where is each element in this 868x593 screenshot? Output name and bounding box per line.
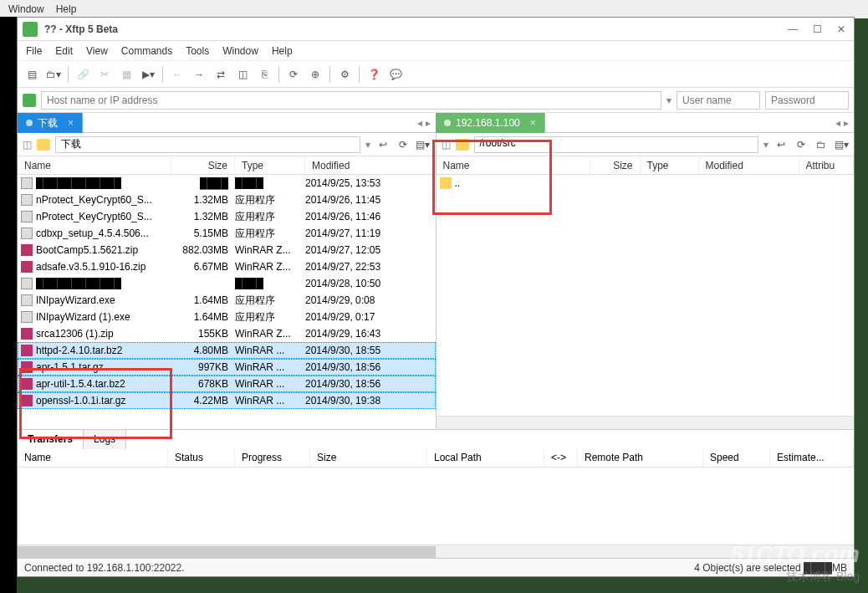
file-row[interactable]: openssl-1.0.1i.tar.gz4.22MBWinRAR ...201… bbox=[18, 392, 436, 409]
local-path-input[interactable]: 下载 bbox=[55, 136, 360, 153]
tab-transfers[interactable]: Transfers bbox=[18, 430, 84, 449]
disconnect-icon[interactable]: ✂ bbox=[97, 67, 112, 82]
view-icon[interactable]: ▤▾ bbox=[416, 137, 431, 152]
file-row[interactable]: nProtect_KeyCrypt60_S...1.32MB应用程序2014/9… bbox=[18, 208, 436, 225]
split-icon[interactable]: ◫ bbox=[442, 139, 451, 151]
file-type: 应用程序 bbox=[235, 227, 305, 241]
tab-close-icon[interactable]: × bbox=[68, 117, 74, 129]
back-icon[interactable]: ← bbox=[170, 67, 185, 82]
tcol-remote[interactable]: Remote Path bbox=[578, 449, 703, 467]
col-name[interactable]: Name bbox=[18, 156, 171, 174]
file-modified: 2014/9/27, 11:19 bbox=[305, 227, 422, 239]
file-row[interactable]: ████████████████████2014/9/25, 13:53 bbox=[18, 175, 436, 192]
local-filelist-body[interactable]: ████████████████████2014/9/25, 13:53nPro… bbox=[18, 175, 436, 429]
copy-icon[interactable]: ⎘ bbox=[257, 67, 272, 82]
username-input[interactable] bbox=[677, 91, 760, 110]
menu-view[interactable]: View bbox=[86, 45, 108, 57]
col-type[interactable]: Type bbox=[235, 156, 305, 174]
transfer-hscroll[interactable] bbox=[18, 544, 854, 558]
bg-menu-window[interactable]: Window bbox=[8, 3, 44, 15]
maximize-button[interactable]: ☐ bbox=[809, 23, 825, 35]
local-tab[interactable]: 下载 × bbox=[18, 113, 83, 133]
open-folder-icon[interactable]: 🗀▾ bbox=[46, 67, 61, 82]
file-row[interactable]: adsafe.v3.5.1.910-16.zip6.67MBWinRAR Z..… bbox=[18, 258, 436, 275]
view-icon[interactable]: ▤▾ bbox=[834, 137, 849, 152]
tcol-progress[interactable]: Progress bbox=[235, 449, 310, 467]
col-modified[interactable]: Modified bbox=[699, 156, 799, 174]
tab-close-icon[interactable]: × bbox=[530, 117, 536, 129]
refresh-icon[interactable]: ⟳ bbox=[396, 137, 411, 152]
dropdown-icon[interactable]: ▾ bbox=[365, 139, 370, 151]
go-up-icon[interactable]: ↩ bbox=[375, 137, 391, 152]
status-right: 4 Object(s) are selected ████MB bbox=[694, 562, 847, 574]
file-row[interactable]: nProtect_KeyCrypt60_S...1.32MB应用程序2014/9… bbox=[18, 192, 436, 208]
tcol-status[interactable]: Status bbox=[168, 449, 235, 467]
file-name: httpd-2.4.10.tar.bz2 bbox=[36, 345, 122, 356]
file-row[interactable]: apr-1.5.1.tar.gz997KBWinRAR ...2014/9/30… bbox=[18, 359, 436, 376]
remote-filelist-body[interactable]: .. bbox=[437, 175, 855, 416]
file-row[interactable]: srca12306 (1).zip155KBWinRAR Z...2014/9/… bbox=[18, 325, 436, 342]
file-row[interactable]: INIpayWizard.exe1.64MB应用程序2014/9/29, 0:0… bbox=[18, 292, 436, 309]
menu-edit[interactable]: Edit bbox=[55, 45, 73, 57]
play-icon[interactable]: ▶▾ bbox=[140, 67, 156, 82]
tab-nav-right-icon[interactable]: ▸ bbox=[844, 117, 849, 129]
col-modified[interactable]: Modified bbox=[305, 156, 436, 174]
tab-nav-left-icon[interactable]: ◂ bbox=[417, 117, 422, 129]
menu-tools[interactable]: Tools bbox=[186, 45, 209, 57]
forward-icon[interactable]: → bbox=[191, 67, 207, 82]
go-up-icon[interactable]: ↩ bbox=[774, 137, 789, 152]
file-row[interactable]: BootCamp5.1.5621.zip882.03MBWinRAR Z...2… bbox=[18, 242, 436, 258]
tab-dot-icon bbox=[444, 120, 451, 126]
tcol-speed[interactable]: Speed bbox=[703, 449, 770, 467]
refresh-icon[interactable]: ⟳ bbox=[286, 67, 301, 82]
tcol-arrows[interactable]: <-> bbox=[544, 449, 578, 467]
menu-commands[interactable]: Commands bbox=[121, 45, 172, 57]
tcol-estimate[interactable]: Estimate... bbox=[770, 449, 854, 467]
col-size[interactable]: Size bbox=[171, 156, 235, 174]
remote-hscroll[interactable] bbox=[437, 416, 855, 429]
menu-help[interactable]: Help bbox=[272, 45, 293, 57]
connect-icon[interactable]: 🔗 bbox=[75, 67, 90, 82]
file-row[interactable]: cdbxp_setup_4.5.4.506...5.15MB应用程序2014/9… bbox=[18, 225, 436, 242]
menu-window[interactable]: Window bbox=[222, 45, 258, 57]
bg-menu-help[interactable]: Help bbox=[56, 3, 77, 15]
transfer-list[interactable] bbox=[18, 468, 854, 544]
file-row[interactable]: INIpayWizard (1).exe1.64MB应用程序2014/9/29,… bbox=[18, 309, 436, 325]
refresh-icon[interactable]: ⟳ bbox=[794, 137, 809, 152]
menu-file[interactable]: File bbox=[26, 45, 42, 57]
tab-logs[interactable]: Logs bbox=[84, 430, 126, 449]
gear-icon[interactable]: ⚙ bbox=[337, 67, 352, 82]
dropdown-icon[interactable]: ▾ bbox=[763, 139, 768, 151]
help-icon[interactable]: ❓ bbox=[366, 67, 381, 82]
remote-path-input[interactable]: /root/src bbox=[474, 136, 759, 153]
new-session-icon[interactable]: ▤ bbox=[24, 67, 39, 82]
col-attributes[interactable]: Attribu bbox=[799, 156, 855, 174]
password-input[interactable] bbox=[765, 91, 849, 110]
file-row[interactable]: httpd-2.4.10.tar.bz24.80MBWinRAR ...2014… bbox=[18, 342, 436, 359]
file-row[interactable]: .. bbox=[437, 175, 855, 192]
tab-nav-left-icon[interactable]: ◂ bbox=[835, 117, 840, 129]
file-row[interactable]: ████████████████2014/9/28, 10:50 bbox=[18, 275, 436, 292]
file-size: 1.32MB bbox=[171, 211, 235, 222]
col-type[interactable]: Type bbox=[641, 156, 699, 174]
file-size: 155KB bbox=[171, 328, 235, 340]
col-name[interactable]: Name bbox=[437, 156, 590, 174]
tcol-size[interactable]: Size bbox=[310, 449, 427, 467]
file-row[interactable]: apr-util-1.5.4.tar.bz2678KBWinRAR ...201… bbox=[18, 376, 436, 392]
tcol-name[interactable]: Name bbox=[18, 449, 168, 467]
properties-icon[interactable]: ▦ bbox=[119, 67, 134, 82]
minimize-button[interactable]: — bbox=[784, 23, 801, 35]
tcol-local[interactable]: Local Path bbox=[427, 449, 544, 467]
chat-icon[interactable]: 💬 bbox=[388, 67, 403, 82]
sync-icon[interactable]: ⇄ bbox=[213, 67, 228, 82]
remote-tab[interactable]: 192.168.1.100 × bbox=[436, 113, 545, 133]
compass-icon[interactable]: ⊕ bbox=[308, 67, 323, 82]
col-size[interactable]: Size bbox=[590, 156, 641, 174]
host-input[interactable] bbox=[41, 91, 661, 110]
close-button[interactable]: ✕ bbox=[834, 23, 849, 35]
new-folder-icon[interactable]: 🗀 bbox=[814, 137, 829, 152]
split-icon[interactable]: ◫ bbox=[23, 139, 32, 151]
window-icon[interactable]: ◫ bbox=[235, 67, 250, 82]
host-dropdown-icon[interactable]: ▾ bbox=[666, 95, 671, 106]
tab-nav-right-icon[interactable]: ▸ bbox=[426, 117, 431, 129]
